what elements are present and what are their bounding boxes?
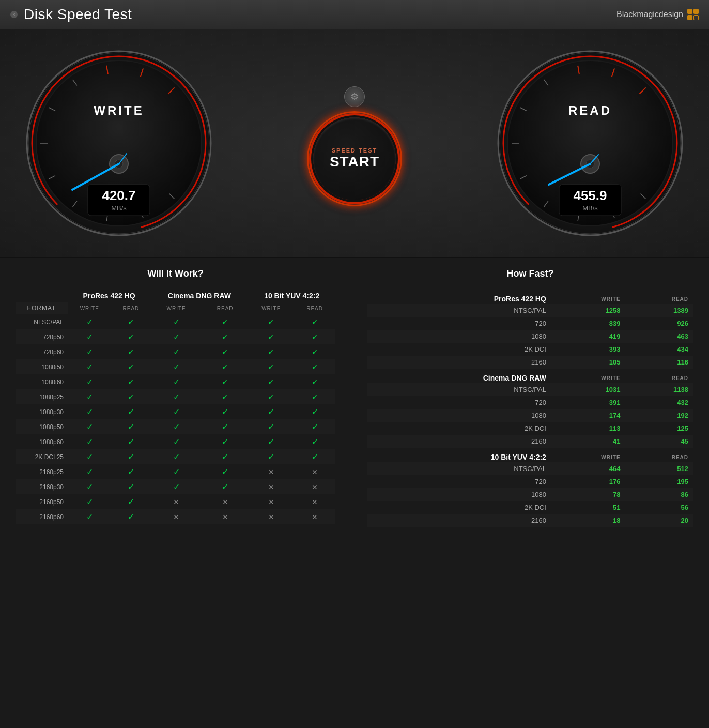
wiw-sub-write-2: WRITE: [150, 302, 202, 314]
hf-read-val: 1389: [626, 304, 693, 317]
cell: ✓: [202, 359, 248, 374]
row-label: 2160p25: [16, 464, 68, 479]
format-label: FORMAT: [16, 302, 68, 314]
hf-row-label: NTSC/PAL: [367, 462, 551, 475]
cell: ✓: [202, 374, 248, 389]
start-button[interactable]: SPEED TEST START: [313, 117, 396, 200]
cell: ✕: [150, 509, 202, 524]
group-header-row: ProRes 422 HQ WRITE READ: [367, 290, 693, 304]
row-label: 2K DCI 25: [16, 449, 68, 464]
cell: ✓: [111, 434, 150, 449]
wiw-col-header-2: Cinema DNG RAW: [150, 290, 248, 302]
table-row: 2160p50 ✓ ✓ ✕ ✕ ✕ ✕: [16, 494, 335, 509]
cell: ✓: [202, 464, 248, 479]
hf-read-val: 45: [626, 435, 693, 448]
cell: ✓: [68, 344, 111, 359]
group-name: 10 Bit YUV 4:2:2: [367, 448, 551, 462]
cell: ✕: [202, 509, 248, 524]
read-gauge: READ 455.9 MB/s: [492, 45, 688, 241]
group-name: Cinema DNG RAW: [367, 369, 551, 383]
hf-row-label: 1080: [367, 488, 551, 501]
cell: ✓: [150, 344, 202, 359]
cell: ✓: [68, 389, 111, 404]
hf-write-val: 78: [551, 488, 626, 501]
cell: ✓: [111, 389, 150, 404]
cell: ✓: [111, 494, 150, 509]
brand-dot-3: [687, 15, 692, 20]
cell: ✓: [111, 479, 150, 494]
svg-text:MB/s: MB/s: [582, 204, 598, 212]
cell: ✓: [111, 329, 150, 344]
cell: ✓: [111, 344, 150, 359]
cell: ✓: [68, 479, 111, 494]
col-read-label: READ: [626, 369, 693, 383]
hf-row-label: NTSC/PAL: [367, 383, 551, 396]
cell: ✕: [294, 509, 335, 524]
cell: ✓: [68, 419, 111, 434]
cell: ✓: [202, 419, 248, 434]
hf-row-label: 720: [367, 317, 551, 330]
hf-read-val: 20: [626, 514, 693, 527]
group-header-row: Cinema DNG RAW WRITE READ: [367, 369, 693, 383]
col-read-label: READ: [626, 290, 693, 304]
data-section: Will It Work? ProRes 422 HQ Cinema DNG R…: [0, 258, 709, 537]
brand-name: Blackmagicdesign: [616, 10, 683, 19]
will-it-work-section: Will It Work? ProRes 422 HQ Cinema DNG R…: [0, 258, 351, 537]
gear-icon: ⚙: [350, 91, 359, 102]
table-row: 2160p30 ✓ ✓ ✓ ✓ ✕ ✕: [16, 479, 335, 494]
hf-write-val: 1031: [551, 383, 626, 396]
cell: ✓: [150, 314, 202, 329]
hf-row-label: 720: [367, 475, 551, 488]
hf-data-row: 2K DCI 51 56: [367, 501, 693, 514]
cell: ✓: [68, 494, 111, 509]
cell: ✓: [248, 329, 294, 344]
hf-data-row: 2160 18 20: [367, 514, 693, 527]
cell: ✓: [248, 314, 294, 329]
cell: ✕: [202, 494, 248, 509]
hf-data-row: 2K DCI 113 125: [367, 422, 693, 435]
hf-read-val: 192: [626, 409, 693, 422]
row-label: 720p50: [16, 329, 68, 344]
cell: ✓: [150, 329, 202, 344]
cell: ✓: [202, 404, 248, 419]
cell: ✓: [248, 374, 294, 389]
cell: ✓: [150, 389, 202, 404]
cell: ✓: [248, 344, 294, 359]
svg-text:420.7: 420.7: [102, 188, 135, 203]
hf-read-val: 56: [626, 501, 693, 514]
cell: ✕: [248, 479, 294, 494]
cell: ✓: [294, 419, 335, 434]
hf-write-val: 839: [551, 317, 626, 330]
cell: ✓: [294, 344, 335, 359]
title-bar-left: × Disk Speed Test: [10, 6, 132, 23]
write-gauge-svg: WRITE 420.7 MB/s: [21, 45, 217, 241]
cell: ✓: [248, 419, 294, 434]
cell: ✓: [68, 509, 111, 524]
hf-write-val: 51: [551, 501, 626, 514]
cell: ✓: [68, 464, 111, 479]
hf-write-val: 1258: [551, 304, 626, 317]
settings-button[interactable]: ⚙: [344, 86, 365, 107]
center-controls: ⚙ SPEED TEST START: [313, 86, 396, 200]
cell: ✓: [150, 404, 202, 419]
hf-write-val: 176: [551, 475, 626, 488]
cell: ✓: [202, 434, 248, 449]
table-row: 720p50 ✓ ✓ ✓ ✓ ✓ ✓: [16, 329, 335, 344]
how-fast-title: How Fast?: [367, 268, 693, 279]
write-gauge: WRITE 420.7 MB/s: [21, 45, 217, 241]
start-label-main: START: [330, 154, 379, 170]
wiw-sub-write-1: WRITE: [68, 302, 111, 314]
wiw-sub-read-1: READ: [111, 302, 150, 314]
hf-read-val: 926: [626, 317, 693, 330]
close-button[interactable]: ×: [10, 11, 18, 18]
table-row: 720p60 ✓ ✓ ✓ ✓ ✓ ✓: [16, 344, 335, 359]
row-label: 1080i50: [16, 359, 68, 374]
cell: ✓: [294, 374, 335, 389]
hf-data-row: 720 839 926: [367, 317, 693, 330]
cell: ✓: [248, 404, 294, 419]
table-row: 2160p60 ✓ ✓ ✕ ✕ ✕ ✕: [16, 509, 335, 524]
cell: ✓: [248, 389, 294, 404]
cell: ✓: [202, 479, 248, 494]
brand-logo: Blackmagicdesign: [616, 9, 699, 20]
hf-row-label: 2K DCI: [367, 501, 551, 514]
